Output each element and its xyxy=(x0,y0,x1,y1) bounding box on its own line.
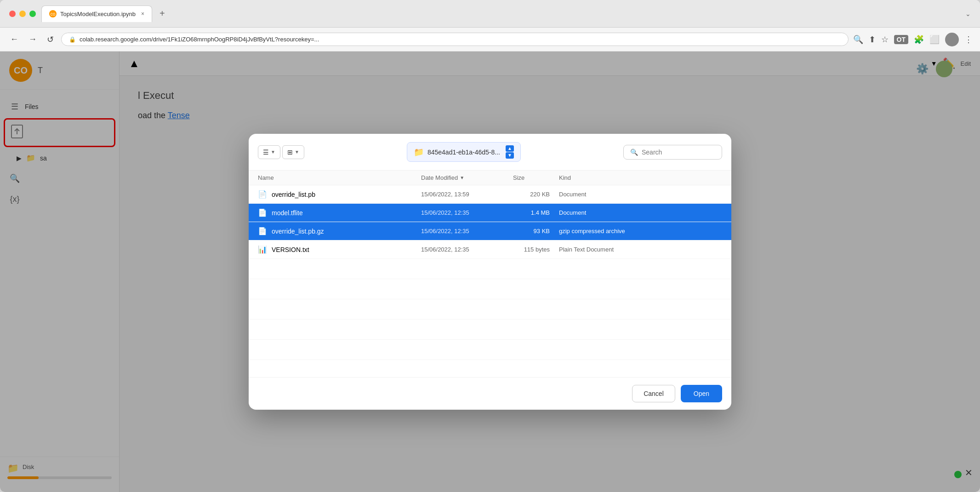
grid-view-button[interactable]: ⊞ ▼ xyxy=(282,145,304,159)
cancel-button[interactable]: Cancel xyxy=(632,385,675,402)
forward-button[interactable]: → xyxy=(26,33,40,46)
file-row[interactable]: 📄 override_list.pb 15/06/2022, 13:59 220… xyxy=(249,185,731,204)
breadcrumb-folder-icon: 📁 xyxy=(414,147,424,157)
modal-header: ☰ ▼ ⊞ ▼ 📁 845e4ad1-eb1a-46d5-8... xyxy=(249,134,731,171)
file-kind: Document xyxy=(559,191,722,198)
close-traffic-light[interactable] xyxy=(9,11,16,17)
file-icon: 📄 xyxy=(258,190,267,199)
breadcrumb-down-button[interactable]: ▼ xyxy=(506,152,514,159)
file-icon: 📊 xyxy=(258,245,267,254)
file-row[interactable]: 📄 model.tflite 15/06/2022, 12:35 1.4 MB … xyxy=(249,204,731,222)
reload-button[interactable]: ↺ xyxy=(44,33,57,46)
breadcrumb-area: 📁 845e4ad1-eb1a-46d5-8... ▲ ▼ xyxy=(312,142,616,162)
traffic-lights xyxy=(9,11,36,17)
breadcrumb-up-button[interactable]: ▲ xyxy=(506,145,514,152)
tab-close-button[interactable]: × xyxy=(141,11,144,17)
file-icon: 📄 xyxy=(258,227,267,235)
file-icon: 📄 xyxy=(258,208,267,217)
more-menu-button[interactable]: ⋮ xyxy=(964,34,973,45)
browser-titlebar: co TopicsModelExecution.ipynb × + ⌄ xyxy=(0,0,980,28)
col-name-label: Name xyxy=(258,174,274,181)
empty-row xyxy=(249,320,731,340)
search-icon: 🔍 xyxy=(630,149,638,156)
lock-icon: 🔒 xyxy=(69,36,76,43)
list-chevron-icon: ▼ xyxy=(271,149,275,154)
file-kind: Document xyxy=(559,209,722,216)
sort-desc-icon: ▼ xyxy=(460,175,464,180)
nav-actions: 🔍 ⬆ ☆ OT 🧩 ⬜ ⋮ xyxy=(853,33,973,46)
empty-row xyxy=(249,299,731,320)
tab-manager-button[interactable]: ⬜ xyxy=(929,34,940,45)
col-header-name[interactable]: Name xyxy=(258,174,421,181)
grid-icon: ⊞ xyxy=(287,149,293,156)
file-kind: Plain Text Document xyxy=(559,246,722,253)
file-list: 📄 override_list.pb 15/06/2022, 13:59 220… xyxy=(249,185,731,377)
file-name: VERSION.txt xyxy=(272,246,309,253)
file-row[interactable]: 📊 VERSION.txt 15/06/2022, 12:35 115 byte… xyxy=(249,240,731,259)
col-header-size[interactable]: Size xyxy=(513,174,559,181)
file-name: override_list.pb.gz xyxy=(272,228,324,235)
file-date: 15/06/2022, 12:35 xyxy=(421,228,513,235)
browser-window: co TopicsModelExecution.ipynb × + ⌄ ← → … xyxy=(0,0,980,492)
back-button[interactable]: ← xyxy=(7,33,21,46)
chevron-down-icon[interactable]: ⌄ xyxy=(965,10,971,17)
browser-nav: ← → ↺ 🔒 colab.research.google.com/drive/… xyxy=(0,28,980,51)
active-tab[interactable]: co TopicsModelExecution.ipynb × xyxy=(41,6,152,22)
file-size: 115 bytes xyxy=(513,246,559,253)
maximize-traffic-light[interactable] xyxy=(29,11,36,17)
col-size-label: Size xyxy=(513,174,524,181)
file-date: 15/06/2022, 12:35 xyxy=(421,209,513,216)
browser-content: CO T ☰ Files xyxy=(0,51,980,492)
search-input[interactable] xyxy=(642,149,715,156)
bookmark-button[interactable]: ☆ xyxy=(881,34,889,45)
file-picker-modal: ☰ ▼ ⊞ ▼ 📁 845e4ad1-eb1a-46d5-8... xyxy=(249,134,731,410)
file-name: model.tflite xyxy=(272,209,303,217)
modal-overlay: ☰ ▼ ⊞ ▼ 📁 845e4ad1-eb1a-46d5-8... xyxy=(0,51,980,492)
open-button[interactable]: Open xyxy=(681,385,722,402)
extensions-button[interactable]: 🧩 xyxy=(914,34,924,45)
list-icon: ☰ xyxy=(263,149,269,156)
profile-avatar[interactable] xyxy=(945,33,959,46)
tab-bar: co TopicsModelExecution.ipynb × + xyxy=(41,6,960,22)
list-view-button[interactable]: ☰ ▼ xyxy=(258,145,280,159)
empty-row xyxy=(249,340,731,360)
new-tab-button[interactable]: + xyxy=(156,6,169,21)
file-row[interactable]: 📄 override_list.pb.gz 15/06/2022, 12:35 … xyxy=(249,222,731,240)
profile-indicator: OT xyxy=(894,35,908,44)
zoom-button[interactable]: 🔍 xyxy=(853,34,863,45)
minimize-traffic-light[interactable] xyxy=(19,11,26,17)
browser-right-icons: ⌄ xyxy=(965,10,971,17)
file-date: 15/06/2022, 13:59 xyxy=(421,191,513,198)
col-header-kind[interactable]: Kind xyxy=(559,174,722,181)
breadcrumb-pill: 📁 845e4ad1-eb1a-46d5-8... ▲ ▼ xyxy=(407,142,521,162)
breadcrumb-stepper[interactable]: ▲ ▼ xyxy=(506,145,514,159)
file-date: 15/06/2022, 12:35 xyxy=(421,246,513,253)
col-date-label: Date Modified xyxy=(421,174,458,181)
address-text: colab.research.google.com/drive/1Fk1iZO6… xyxy=(80,36,841,43)
view-toggle: ☰ ▼ ⊞ ▼ xyxy=(258,145,304,159)
empty-row xyxy=(249,259,731,279)
col-header-date[interactable]: Date Modified ▼ xyxy=(421,174,513,181)
empty-row xyxy=(249,279,731,299)
col-kind-label: Kind xyxy=(559,174,571,181)
file-size: 93 KB xyxy=(513,228,559,235)
modal-column-headers: Name Date Modified ▼ Size Kind xyxy=(249,171,731,185)
tab-colab-icon: co xyxy=(49,10,57,17)
file-name: override_list.pb xyxy=(272,191,315,198)
address-bar[interactable]: 🔒 colab.research.google.com/drive/1Fk1iZ… xyxy=(61,33,849,46)
search-box[interactable]: 🔍 xyxy=(623,145,722,160)
tab-label: TopicsModelExecution.ipynb xyxy=(60,11,136,17)
share-button[interactable]: ⬆ xyxy=(869,34,876,45)
breadcrumb-folder-name: 845e4ad1-eb1a-46d5-8... xyxy=(427,149,500,156)
grid-chevron-icon: ▼ xyxy=(295,149,299,154)
file-size: 1.4 MB xyxy=(513,209,559,216)
file-kind: gzip compressed archive xyxy=(559,228,722,235)
modal-footer: Cancel Open xyxy=(249,377,731,410)
file-size: 220 KB xyxy=(513,191,559,198)
